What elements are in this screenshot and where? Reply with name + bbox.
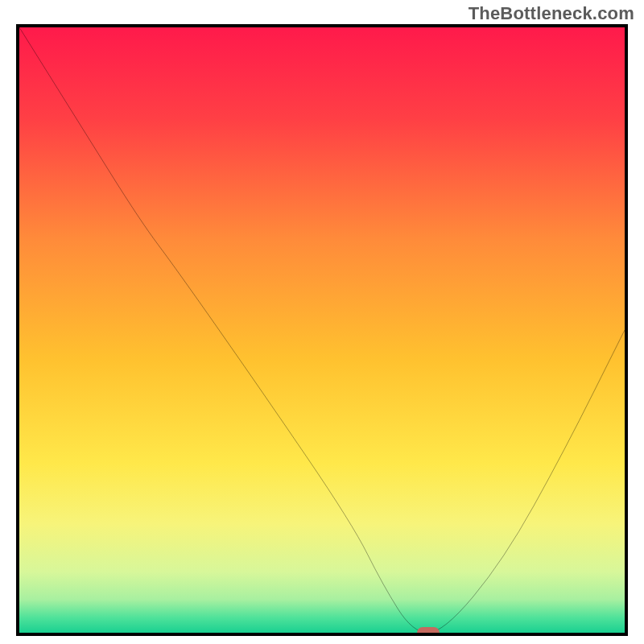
optimal-marker <box>417 627 440 636</box>
plot-frame <box>16 24 628 636</box>
chart-container: TheBottleneck.com <box>0 0 644 644</box>
watermark-text: TheBottleneck.com <box>469 3 634 24</box>
line-layer <box>19 27 625 633</box>
bottleneck-curve <box>19 27 625 633</box>
